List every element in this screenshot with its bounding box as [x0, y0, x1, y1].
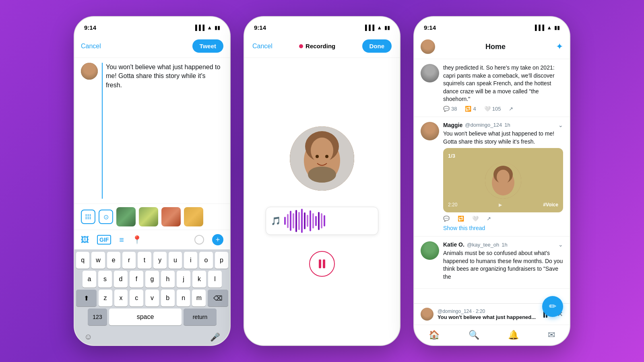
waveform-bar-1 [287, 214, 289, 228]
progress-circle [194, 235, 204, 245]
photo-thumb-2[interactable] [139, 207, 158, 226]
image-icon[interactable]: 🖼 [81, 235, 89, 245]
messages-nav-icon[interactable]: ✉ [548, 330, 555, 340]
key-p[interactable]: p [215, 252, 228, 269]
voice-card[interactable]: 1/3 2:20 ▶ #Voice [443, 148, 563, 212]
tweet-username-3: Katie O. [443, 241, 464, 248]
avatar-face [81, 63, 98, 80]
key-r[interactable]: r [122, 252, 136, 269]
status-bar-3: 9:14 ▐▐▐ ▲ ▮▮ [414, 17, 570, 35]
tweet-text[interactable]: You won't believe what just happened to … [102, 63, 223, 199]
home-nav-icon[interactable]: 🏠 [429, 330, 440, 340]
key-n[interactable]: n [177, 290, 190, 306]
retweet-action-1[interactable]: 🔁 4 [465, 106, 476, 112]
show-thread-link[interactable]: Show this thread [443, 222, 563, 231]
key-t[interactable]: t [138, 252, 151, 269]
location-icon[interactable]: 📍 [132, 235, 142, 245]
notifications-nav-icon[interactable]: 🔔 [508, 330, 519, 340]
key-g[interactable]: g [145, 271, 159, 288]
chevron-down-icon-3[interactable]: ⌄ [558, 241, 563, 248]
done-button[interactable]: Done [362, 39, 392, 53]
chevron-down-icon-2[interactable]: ⌄ [558, 122, 563, 128]
phone-feed: 9:14 ▐▐▐ ▲ ▮▮ Home ✦ they predicted it. … [413, 16, 570, 346]
tweet-time-3: 1h [502, 242, 507, 248]
key-d[interactable]: d [114, 271, 128, 288]
retweet-action-2[interactable]: 🔁 [458, 216, 464, 222]
media-strip: 𝍖 ⊙ [74, 204, 230, 230]
key-space[interactable]: space [109, 309, 182, 325]
pause-button[interactable] [309, 251, 335, 277]
key-v[interactable]: v [145, 290, 159, 306]
key-h[interactable]: h [161, 271, 175, 288]
search-nav-icon[interactable]: 🔍 [469, 330, 479, 340]
keyboard-row-4: 123 space return [76, 309, 228, 325]
photo-thumb-4[interactable] [184, 207, 203, 226]
gif-icon[interactable]: GIF [97, 235, 111, 245]
recording-header: Cancel Recording Done [244, 35, 400, 58]
key-j[interactable]: j [177, 271, 190, 288]
key-numbers[interactable]: 123 [88, 309, 107, 325]
audio-waveform-button[interactable]: 𝍖 [81, 210, 95, 224]
retweet-icon-2: 🔁 [458, 216, 464, 222]
mini-player-avatar [421, 308, 433, 321]
photo-thumb-1[interactable] [116, 207, 136, 226]
key-a[interactable]: a [83, 271, 96, 288]
reply-action-1[interactable]: 💬 38 [443, 106, 457, 112]
composer-content: Cancel Tweet You won't believe what just… [74, 35, 230, 345]
camera-button[interactable]: ⊙ [99, 210, 113, 224]
waveform-bar-11 [315, 216, 317, 226]
waveform-bar-2 [290, 211, 291, 231]
retweet-count-1: 4 [473, 106, 476, 112]
tweet-user-line-3: Katie O. @kay_tee_oh 1h ⌄ [443, 241, 563, 248]
compose-fab-icon: ✏ [549, 301, 556, 312]
key-f[interactable]: f [130, 271, 143, 288]
key-k[interactable]: k [192, 271, 206, 288]
key-u[interactable]: u [169, 252, 182, 269]
photo-thumb-3[interactable] [161, 207, 181, 226]
add-button[interactable]: + [212, 234, 223, 245]
recording-body: 🎵 [244, 58, 400, 345]
status-bar-2: 9:14 ▐▐▐ ▲ ▮▮ [244, 17, 400, 35]
keyboard-bottom-bar: ☺ 🎤 [74, 329, 230, 345]
key-w[interactable]: w [91, 252, 105, 269]
key-shift[interactable]: ⬆ [76, 290, 97, 306]
cancel-button[interactable]: Cancel [81, 43, 101, 50]
key-q[interactable]: q [76, 252, 89, 269]
tweet-item-2: Maggie @domingo_124 1h ⌄ You won't belie… [414, 117, 570, 237]
key-b[interactable]: b [161, 290, 175, 306]
key-m[interactable]: m [192, 290, 206, 306]
key-c[interactable]: c [130, 290, 143, 306]
sparkle-icon[interactable]: ✦ [556, 41, 563, 52]
key-z[interactable]: z [99, 290, 112, 306]
status-icons-2: ▐▐▐ ▲ ▮▮ [363, 25, 390, 31]
like-action-2[interactable]: 🤍 [472, 216, 479, 222]
wifi-icon-3: ▲ [547, 25, 552, 31]
tweet-feed: they predicted it. So here's my take on … [414, 59, 570, 303]
mic-icon[interactable]: 🎤 [210, 332, 220, 342]
key-delete[interactable]: ⌫ [208, 290, 228, 306]
key-return[interactable]: return [184, 309, 217, 325]
emoji-icon[interactable]: ☺ [84, 332, 92, 342]
reply-action-2[interactable]: 💬 [443, 216, 450, 222]
voice-card-bottom: 2:20 ▶ #Voice [448, 202, 558, 208]
key-i[interactable]: i [184, 252, 197, 269]
key-s[interactable]: s [98, 271, 112, 288]
tweet-item-3: Katie O. @kay_tee_oh 1h ⌄ Animals must b… [414, 237, 570, 288]
key-x[interactable]: x [114, 290, 128, 306]
recording-content: Cancel Recording Done [244, 35, 400, 345]
key-o[interactable]: o [199, 252, 213, 269]
key-l[interactable]: l [208, 271, 222, 288]
compose-fab-button[interactable]: ✏ [542, 296, 563, 317]
recording-cancel-button[interactable]: Cancel [252, 43, 272, 50]
share-action-2[interactable]: ↗ [487, 216, 491, 222]
share-icon-2: ↗ [487, 216, 491, 222]
share-action-1[interactable]: ↗ [509, 106, 513, 112]
like-action-1[interactable]: 🤍 105 [484, 106, 501, 112]
key-y[interactable]: y [153, 252, 167, 269]
user-feed-avatar[interactable] [421, 39, 435, 54]
list-icon[interactable]: ≡ [119, 235, 124, 245]
tweet-button[interactable]: Tweet [192, 39, 223, 53]
reply-icon-2: 💬 [443, 216, 450, 222]
heart-icon-2: 🤍 [472, 216, 479, 222]
key-e[interactable]: e [107, 252, 120, 269]
